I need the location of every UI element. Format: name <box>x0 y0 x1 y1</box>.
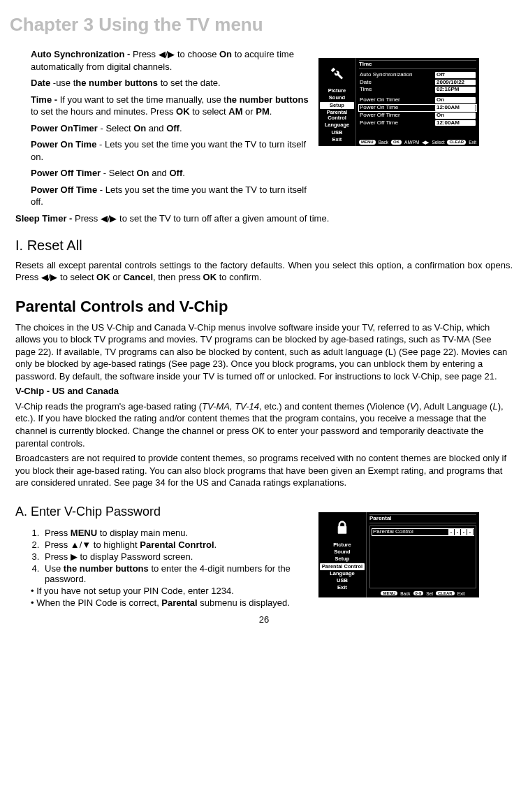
reset-all-body: Resets all except parental controls sett… <box>15 259 513 284</box>
menu-item[interactable]: USB <box>318 129 355 136</box>
menu-item[interactable]: USB <box>318 577 366 584</box>
vchip-paragraph-1: The choices in the US V-Chip and Canada … <box>15 321 513 383</box>
menu-item[interactable]: Exit <box>318 136 355 143</box>
bullets-list: If you have not setup your PIN Code, ent… <box>31 586 309 608</box>
vchip-paragraph-3: Broadcasters are not required to provide… <box>15 452 513 489</box>
steps-list: Press MENU to display main menu. Press ▲… <box>42 528 309 584</box>
lock-icon <box>331 518 353 537</box>
bullet-1: If you have not setup your PIN Code, ent… <box>31 586 309 596</box>
menu-item-selected[interactable]: Setup <box>320 102 354 109</box>
osd-row-highlighted[interactable]: Power On Time12:00AM <box>359 105 476 111</box>
password-field[interactable]: ---- <box>448 529 473 535</box>
power-off-time-text: Power Off Time - Lets you set the time y… <box>31 184 309 208</box>
menu-item[interactable]: Picture <box>318 542 366 549</box>
osd-row[interactable]: Auto SynchronizationOff <box>359 72 476 78</box>
menu-item[interactable]: Sound <box>318 549 366 556</box>
osd-row[interactable]: Date2009/10/22 <box>359 80 476 86</box>
step-3: Press ▶ to display Password screen. <box>42 551 309 562</box>
date-text: Date -use the number buttons to set the … <box>31 77 309 89</box>
osd-footer: MENUBack OKAM/PM ◀▶Select CLEARExit <box>359 137 476 145</box>
osd-row[interactable]: Power On TimerOn <box>359 97 476 103</box>
menu-item[interactable]: Language <box>318 122 355 129</box>
osd-row[interactable]: Power Off TimerOn <box>359 113 476 119</box>
osd-panel-title: Parental <box>369 514 476 523</box>
power-off-timer-text: Power Off Timer - Select On and Off. <box>31 167 309 180</box>
page-number: 26 <box>0 614 528 625</box>
osd-row[interactable]: Power Off Time12:00AM <box>359 120 476 126</box>
menu-item[interactable]: Exit <box>318 584 366 591</box>
menu-item[interactable]: Sound <box>318 94 355 101</box>
osd-parental-menu: Picture Sound Setup Parental Control Lan… <box>318 512 479 597</box>
menu-item[interactable]: Parental Control <box>318 109 355 122</box>
osd-time-menu: Picture Sound Setup Parental Control Lan… <box>318 58 479 146</box>
sleep-timer-text: Sleep Timer - Press ◀/▶ to set the TV to… <box>15 212 513 225</box>
power-on-time-text: Power On Time - Lets you set the time yo… <box>31 138 309 163</box>
wrench-icon <box>325 64 348 83</box>
reset-all-heading: I. Reset All <box>15 238 513 254</box>
parental-controls-heading: Parental Controls and V-Chip <box>15 298 513 316</box>
bullet-2: When the PIN Code is correct, Parental s… <box>31 597 309 608</box>
time-text: Time - If you want to set the time manua… <box>31 94 309 118</box>
step-4: Use the number buttons to enter the 4-di… <box>42 563 309 584</box>
osd-footer: MENUBack 0-9Set CLEARExit <box>369 588 476 596</box>
osd-row[interactable]: Time02:16PM <box>359 87 476 93</box>
vchip-paragraph-2: V-Chip reads the program's age-based rat… <box>15 400 513 449</box>
menu-item[interactable]: Picture <box>318 87 355 94</box>
power-on-timer-text: Power OnTimer - Select On and Off. <box>31 122 309 135</box>
step-2: Press ▲/▼ to highlight Parental Conrtrol… <box>42 539 309 550</box>
auto-sync-text: Auto Synchronization - Press ◀/▶ to choo… <box>31 48 309 73</box>
vchip-subheading: V-Chip - US and Canada <box>15 385 513 398</box>
osd-panel-title: Time <box>359 60 476 69</box>
menu-item-selected[interactable]: Parental Control <box>320 563 365 570</box>
menu-item[interactable]: Language <box>318 570 366 577</box>
menu-item[interactable]: Setup <box>318 556 366 563</box>
osd-row-highlighted[interactable]: Parental Control ---- <box>372 529 474 535</box>
chapter-title: Chapter 3 Using the TV menu <box>10 14 513 36</box>
step-1: Press MENU to display main menu. <box>42 528 309 538</box>
